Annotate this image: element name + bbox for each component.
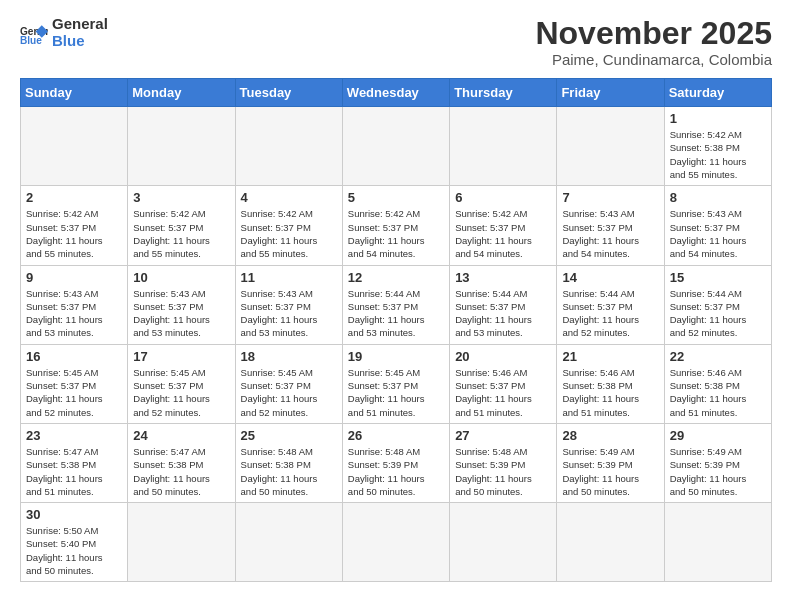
day-number: 18: [241, 349, 337, 364]
day-number: 27: [455, 428, 551, 443]
calendar-cell: 24Sunrise: 5:47 AMSunset: 5:38 PMDayligh…: [128, 423, 235, 502]
week-row-3: 9Sunrise: 5:43 AMSunset: 5:37 PMDaylight…: [21, 265, 772, 344]
day-info: Sunrise: 5:50 AMSunset: 5:40 PMDaylight:…: [26, 524, 122, 577]
day-number: 21: [562, 349, 658, 364]
calendar-cell: 14Sunrise: 5:44 AMSunset: 5:37 PMDayligh…: [557, 265, 664, 344]
day-info: Sunrise: 5:44 AMSunset: 5:37 PMDaylight:…: [562, 287, 658, 340]
calendar-cell: [342, 503, 449, 582]
day-info: Sunrise: 5:43 AMSunset: 5:37 PMDaylight:…: [26, 287, 122, 340]
calendar-cell: 12Sunrise: 5:44 AMSunset: 5:37 PMDayligh…: [342, 265, 449, 344]
day-number: 20: [455, 349, 551, 364]
day-info: Sunrise: 5:42 AMSunset: 5:37 PMDaylight:…: [455, 207, 551, 260]
calendar-cell: [342, 107, 449, 186]
calendar-cell: 21Sunrise: 5:46 AMSunset: 5:38 PMDayligh…: [557, 344, 664, 423]
calendar-body: 1Sunrise: 5:42 AMSunset: 5:38 PMDaylight…: [21, 107, 772, 582]
weekday-header-thursday: Thursday: [450, 79, 557, 107]
calendar-cell: 7Sunrise: 5:43 AMSunset: 5:37 PMDaylight…: [557, 186, 664, 265]
day-number: 5: [348, 190, 444, 205]
day-number: 25: [241, 428, 337, 443]
calendar-header: SundayMondayTuesdayWednesdayThursdayFrid…: [21, 79, 772, 107]
weekday-header-friday: Friday: [557, 79, 664, 107]
week-row-6: 30Sunrise: 5:50 AMSunset: 5:40 PMDayligh…: [21, 503, 772, 582]
calendar-cell: 4Sunrise: 5:42 AMSunset: 5:37 PMDaylight…: [235, 186, 342, 265]
day-number: 22: [670, 349, 766, 364]
logo: General Blue General Blue: [20, 16, 108, 49]
calendar-cell: 16Sunrise: 5:45 AMSunset: 5:37 PMDayligh…: [21, 344, 128, 423]
day-info: Sunrise: 5:43 AMSunset: 5:37 PMDaylight:…: [562, 207, 658, 260]
subtitle: Paime, Cundinamarca, Colombia: [535, 51, 772, 68]
calendar-cell: [235, 107, 342, 186]
day-info: Sunrise: 5:48 AMSunset: 5:38 PMDaylight:…: [241, 445, 337, 498]
day-number: 13: [455, 270, 551, 285]
calendar-cell: 26Sunrise: 5:48 AMSunset: 5:39 PMDayligh…: [342, 423, 449, 502]
day-info: Sunrise: 5:48 AMSunset: 5:39 PMDaylight:…: [348, 445, 444, 498]
day-info: Sunrise: 5:45 AMSunset: 5:37 PMDaylight:…: [241, 366, 337, 419]
calendar-cell: 15Sunrise: 5:44 AMSunset: 5:37 PMDayligh…: [664, 265, 771, 344]
day-info: Sunrise: 5:47 AMSunset: 5:38 PMDaylight:…: [26, 445, 122, 498]
day-info: Sunrise: 5:46 AMSunset: 5:38 PMDaylight:…: [670, 366, 766, 419]
calendar-cell: 23Sunrise: 5:47 AMSunset: 5:38 PMDayligh…: [21, 423, 128, 502]
calendar-cell: 1Sunrise: 5:42 AMSunset: 5:38 PMDaylight…: [664, 107, 771, 186]
calendar-cell: 9Sunrise: 5:43 AMSunset: 5:37 PMDaylight…: [21, 265, 128, 344]
calendar-cell: 28Sunrise: 5:49 AMSunset: 5:39 PMDayligh…: [557, 423, 664, 502]
logo-icon: General Blue: [20, 19, 48, 47]
day-number: 16: [26, 349, 122, 364]
day-info: Sunrise: 5:48 AMSunset: 5:39 PMDaylight:…: [455, 445, 551, 498]
calendar-cell: 8Sunrise: 5:43 AMSunset: 5:37 PMDaylight…: [664, 186, 771, 265]
day-info: Sunrise: 5:44 AMSunset: 5:37 PMDaylight:…: [670, 287, 766, 340]
calendar-cell: 13Sunrise: 5:44 AMSunset: 5:37 PMDayligh…: [450, 265, 557, 344]
calendar-cell: 25Sunrise: 5:48 AMSunset: 5:38 PMDayligh…: [235, 423, 342, 502]
page: General Blue General Blue November 2025 …: [0, 0, 792, 602]
day-number: 26: [348, 428, 444, 443]
day-info: Sunrise: 5:45 AMSunset: 5:37 PMDaylight:…: [348, 366, 444, 419]
day-info: Sunrise: 5:42 AMSunset: 5:37 PMDaylight:…: [348, 207, 444, 260]
week-row-5: 23Sunrise: 5:47 AMSunset: 5:38 PMDayligh…: [21, 423, 772, 502]
calendar-cell: 11Sunrise: 5:43 AMSunset: 5:37 PMDayligh…: [235, 265, 342, 344]
day-number: 8: [670, 190, 766, 205]
calendar-cell: 20Sunrise: 5:46 AMSunset: 5:37 PMDayligh…: [450, 344, 557, 423]
day-info: Sunrise: 5:42 AMSunset: 5:37 PMDaylight:…: [26, 207, 122, 260]
day-info: Sunrise: 5:42 AMSunset: 5:37 PMDaylight:…: [241, 207, 337, 260]
header: General Blue General Blue November 2025 …: [20, 16, 772, 68]
day-info: Sunrise: 5:42 AMSunset: 5:37 PMDaylight:…: [133, 207, 229, 260]
week-row-2: 2Sunrise: 5:42 AMSunset: 5:37 PMDaylight…: [21, 186, 772, 265]
main-title: November 2025: [535, 16, 772, 51]
calendar-cell: [128, 107, 235, 186]
calendar-cell: 17Sunrise: 5:45 AMSunset: 5:37 PMDayligh…: [128, 344, 235, 423]
logo-text-blue: Blue: [52, 33, 108, 50]
day-number: 2: [26, 190, 122, 205]
calendar-cell: [450, 503, 557, 582]
calendar-cell: [450, 107, 557, 186]
day-number: 11: [241, 270, 337, 285]
calendar-cell: 3Sunrise: 5:42 AMSunset: 5:37 PMDaylight…: [128, 186, 235, 265]
day-info: Sunrise: 5:43 AMSunset: 5:37 PMDaylight:…: [241, 287, 337, 340]
calendar-cell: 22Sunrise: 5:46 AMSunset: 5:38 PMDayligh…: [664, 344, 771, 423]
title-block: November 2025 Paime, Cundinamarca, Colom…: [535, 16, 772, 68]
day-info: Sunrise: 5:42 AMSunset: 5:38 PMDaylight:…: [670, 128, 766, 181]
weekday-header-tuesday: Tuesday: [235, 79, 342, 107]
day-number: 30: [26, 507, 122, 522]
calendar-cell: 27Sunrise: 5:48 AMSunset: 5:39 PMDayligh…: [450, 423, 557, 502]
day-info: Sunrise: 5:45 AMSunset: 5:37 PMDaylight:…: [133, 366, 229, 419]
calendar-cell: [21, 107, 128, 186]
day-number: 7: [562, 190, 658, 205]
day-number: 9: [26, 270, 122, 285]
calendar-cell: 18Sunrise: 5:45 AMSunset: 5:37 PMDayligh…: [235, 344, 342, 423]
calendar-cell: [235, 503, 342, 582]
calendar-table: SundayMondayTuesdayWednesdayThursdayFrid…: [20, 78, 772, 582]
weekday-header-monday: Monday: [128, 79, 235, 107]
weekday-header-sunday: Sunday: [21, 79, 128, 107]
day-number: 14: [562, 270, 658, 285]
calendar-cell: 2Sunrise: 5:42 AMSunset: 5:37 PMDaylight…: [21, 186, 128, 265]
day-number: 12: [348, 270, 444, 285]
day-info: Sunrise: 5:46 AMSunset: 5:37 PMDaylight:…: [455, 366, 551, 419]
day-number: 4: [241, 190, 337, 205]
week-row-1: 1Sunrise: 5:42 AMSunset: 5:38 PMDaylight…: [21, 107, 772, 186]
calendar-cell: 10Sunrise: 5:43 AMSunset: 5:37 PMDayligh…: [128, 265, 235, 344]
day-number: 23: [26, 428, 122, 443]
day-info: Sunrise: 5:43 AMSunset: 5:37 PMDaylight:…: [133, 287, 229, 340]
calendar-cell: 6Sunrise: 5:42 AMSunset: 5:37 PMDaylight…: [450, 186, 557, 265]
day-info: Sunrise: 5:44 AMSunset: 5:37 PMDaylight:…: [455, 287, 551, 340]
day-number: 3: [133, 190, 229, 205]
day-info: Sunrise: 5:43 AMSunset: 5:37 PMDaylight:…: [670, 207, 766, 260]
